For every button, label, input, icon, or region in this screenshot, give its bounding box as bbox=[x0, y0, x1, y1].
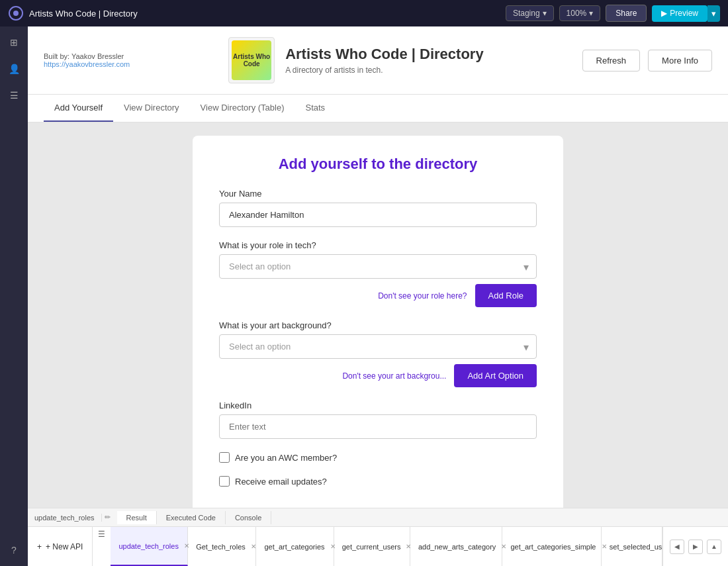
art-label: What is your art background? bbox=[219, 320, 537, 330]
app-info: Artists Who Code | Directory A directory… bbox=[285, 46, 484, 75]
preview-group: ▶ Preview ▾ bbox=[652, 5, 720, 22]
tabs-bar: Add Yourself View Directory View Directo… bbox=[28, 95, 728, 122]
result-tab-result[interactable]: Result bbox=[117, 511, 157, 524]
app-header: Built by: Yaakov Bressler https://yaakov… bbox=[28, 26, 728, 95]
sidebar-icon-users[interactable]: 👤 bbox=[5, 60, 23, 78]
name-input[interactable] bbox=[219, 203, 537, 227]
bottom-collapse-button[interactable]: ▲ bbox=[707, 540, 721, 554]
linkedin-input[interactable] bbox=[219, 414, 537, 439]
tab-stats[interactable]: Stats bbox=[295, 95, 336, 122]
chevron-down-icon: ▾ bbox=[589, 9, 593, 18]
form-container: Add yourself to the directory Your Name … bbox=[28, 122, 728, 520]
bottom-bar: + + New API ☰ update_tech_roles ✕ Get_te… bbox=[28, 526, 728, 566]
art-actions: Don't see your art backgrou... Add Art O… bbox=[219, 364, 537, 387]
role-actions: Don't see your role here? Add Role bbox=[219, 284, 537, 307]
bottom-tab-3[interactable]: get_current_users ✕ bbox=[334, 527, 410, 566]
result-tab-console[interactable]: Console bbox=[226, 511, 271, 524]
linkedin-label: LinkedIn bbox=[219, 401, 537, 410]
role-select[interactable]: Select an option bbox=[219, 254, 537, 279]
app-header-meta: Built by: Yaakov Bressler https://yaakov… bbox=[44, 52, 130, 68]
email-group: Receive email updates? bbox=[219, 476, 537, 487]
app-logo: Artists Who Code bbox=[228, 37, 275, 83]
bottom-tab-0[interactable]: update_tech_roles ✕ bbox=[111, 527, 188, 566]
awc-checkbox-group: Are you an AWC member? bbox=[219, 452, 537, 463]
app-title: Artists Who Code | Directory bbox=[285, 46, 484, 63]
result-tab-executed[interactable]: Executed Code bbox=[157, 511, 226, 524]
app-subtitle: A directory of artists in tech. bbox=[285, 66, 484, 75]
email-label: Receive email updates? bbox=[235, 477, 327, 487]
left-sidebar: ⊞ 👤 ☰ ? bbox=[0, 26, 28, 566]
built-by-link[interactable]: https://yaakovbressler.com bbox=[44, 60, 130, 68]
linkedin-group: LinkedIn bbox=[219, 401, 537, 439]
bottom-tab-4[interactable]: add_new_arts_category ✕ bbox=[410, 527, 503, 566]
awc-checkbox[interactable] bbox=[219, 452, 230, 463]
art-group: What is your art background? Select an o… bbox=[219, 320, 537, 387]
share-button[interactable]: Share bbox=[606, 5, 647, 22]
bottom-tab-2[interactable]: get_art_categories ✕ bbox=[256, 527, 334, 566]
tab-view-directory[interactable]: View Directory bbox=[113, 95, 190, 122]
app-title-area: Artists Who Code Artists Who Code | Dire… bbox=[228, 37, 484, 83]
chevron-down-icon: ▾ bbox=[543, 9, 547, 18]
bottom-bar-right: ◀ ▶ ▲ bbox=[662, 527, 728, 566]
tab-add-yourself[interactable]: Add Yourself bbox=[44, 95, 113, 122]
preview-button[interactable]: ▶ Preview bbox=[652, 5, 707, 22]
current-tab-label: update_tech_roles bbox=[34, 514, 102, 522]
preview-dropdown-button[interactable]: ▾ bbox=[707, 5, 720, 22]
edit-icon[interactable]: ✏ bbox=[105, 513, 111, 522]
help-icon[interactable]: ? bbox=[0, 541, 28, 559]
name-group: Your Name bbox=[219, 189, 537, 227]
email-checkbox[interactable] bbox=[219, 476, 230, 487]
art-select[interactable]: Select an option bbox=[219, 334, 537, 359]
name-label: Your Name bbox=[219, 189, 537, 199]
bottom-tab-5[interactable]: get_art_categories_simple ✕ bbox=[502, 527, 601, 566]
main-area: Built by: Yaakov Bressler https://yaakov… bbox=[28, 26, 728, 566]
top-bar-title: Artists Who Code | Directory bbox=[29, 9, 138, 19]
awc-label: Are you an AWC member? bbox=[235, 453, 337, 463]
bottom-tabs-list: update_tech_roles ✕ Get_tech_roles ✕ get… bbox=[111, 527, 662, 566]
dont-see-art-link[interactable]: Don't see your art backgrou... bbox=[342, 371, 446, 381]
built-by-label: Built by: Yaakov Bressler bbox=[44, 52, 130, 60]
role-group: What is your role in tech? Select an opt… bbox=[219, 240, 537, 307]
awc-group: Are you an AWC member? bbox=[219, 452, 537, 463]
bottom-prev-button[interactable]: ◀ bbox=[670, 540, 684, 554]
add-art-button[interactable]: Add Art Option bbox=[454, 364, 537, 387]
bottom-tab-1[interactable]: Get_tech_roles ✕ bbox=[188, 527, 256, 566]
sidebar-icon-menu[interactable]: ☰ bbox=[5, 86, 23, 105]
top-bar-right: Staging ▾ 100% ▾ Share ▶ Preview ▾ bbox=[506, 5, 720, 22]
form-title: Add yourself to the directory bbox=[219, 156, 537, 173]
more-info-button[interactable]: More Info bbox=[648, 50, 712, 71]
svg-point-1 bbox=[13, 11, 19, 16]
app-logo-inner: Artists Who Code bbox=[232, 40, 271, 80]
list-icon[interactable]: ☰ bbox=[93, 527, 111, 566]
staging-button[interactable]: Staging ▾ bbox=[506, 5, 554, 21]
play-icon: ▶ bbox=[661, 9, 667, 18]
dont-see-role-link[interactable]: Don't see your role here? bbox=[378, 291, 467, 301]
bottom-tab-6[interactable]: set_selected_us bbox=[602, 527, 662, 566]
result-bar: update_tech_roles ✏ Result Executed Code… bbox=[28, 508, 728, 526]
tab-view-directory-table[interactable]: View Directory (Table) bbox=[190, 95, 295, 122]
top-bar: Artists Who Code | Directory Staging ▾ 1… bbox=[0, 0, 728, 26]
app-logo-icon bbox=[8, 5, 24, 21]
new-api-button[interactable]: + + New API bbox=[28, 527, 93, 566]
sidebar-icon-grid[interactable]: ⊞ bbox=[5, 33, 23, 52]
header-buttons: Refresh More Info bbox=[582, 50, 712, 71]
role-select-wrapper: Select an option bbox=[219, 254, 537, 279]
zoom-button[interactable]: 100% ▾ bbox=[559, 5, 601, 21]
role-label: What is your role in tech? bbox=[219, 240, 537, 250]
bottom-next-button[interactable]: ▶ bbox=[688, 540, 703, 554]
add-role-button[interactable]: Add Role bbox=[475, 284, 537, 307]
form-card: Add yourself to the directory Your Name … bbox=[193, 136, 563, 520]
refresh-button[interactable]: Refresh bbox=[582, 50, 641, 71]
email-checkbox-group: Receive email updates? bbox=[219, 476, 537, 487]
art-select-wrapper: Select an option bbox=[219, 334, 537, 359]
plus-icon: + bbox=[37, 542, 42, 551]
top-bar-left: Artists Who Code | Directory bbox=[8, 5, 138, 21]
